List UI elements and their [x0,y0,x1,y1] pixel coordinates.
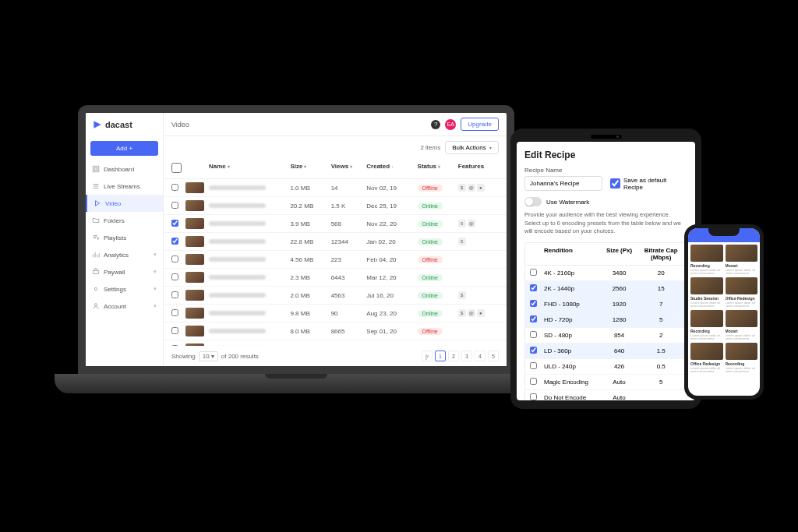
preset-row[interactable]: FHD - 1080p 1920 7 [525,297,687,312]
sidebar-item-folders[interactable]: Folders [86,212,163,229]
preset-checkbox[interactable] [530,378,537,385]
preset-checkbox[interactable] [530,331,537,338]
row-checkbox[interactable] [171,238,178,245]
tablet-camera [591,135,622,139]
watermark-toggle[interactable] [524,197,542,206]
sidebar-item-live-streams[interactable]: Live Streams [86,178,163,195]
col-status[interactable]: Status▾ [418,163,458,174]
preset-checkbox[interactable] [530,347,537,354]
row-checkbox[interactable] [171,255,178,262]
upgrade-button[interactable]: Upgrade [461,118,499,131]
page-2[interactable]: 2 [448,351,459,361]
table-row[interactable]: 2.0 MB 4563 Jul 16, 20 Online $ [164,287,507,305]
preset-row[interactable]: Do Not Encode Auto [525,390,687,401]
preset-checkbox[interactable] [530,269,537,276]
preset-row[interactable]: ULD - 240p 426 0.5 [525,359,687,375]
preset-row[interactable]: LD - 360p 640 1.5 [525,344,687,359]
card-title: Mozart Candidate [726,263,758,268]
preset-checkbox[interactable] [530,284,537,291]
row-checkbox[interactable] [171,291,178,298]
laptop-device: dacast Add + DashboardLive StreamsVideoF… [78,105,514,401]
row-checkbox[interactable] [171,327,178,334]
content-card[interactable]: Office Redesign – focus on shared workin… [726,277,758,308]
gear-icon [92,285,100,293]
cell-created: Sep 01, 20 [366,328,417,335]
table-row[interactable]: 4.56 MB 223 Feb 04, 20 Offline [164,251,507,269]
table-row[interactable]: 3.9 MB 568 Nov 22, 20 Online 5@ [164,215,507,233]
laptop-screen: dacast Add + DashboardLive StreamsVideoF… [78,105,514,374]
cell-views: 90 [331,310,367,317]
content-card[interactable]: Studio SessionLorem ipsum dolor sit amet… [690,277,723,308]
col-size[interactable]: Size▾ [290,163,330,174]
content-card[interactable]: Mozart CandidateLorem ipsum dolor sit am… [726,310,758,340]
preset-row[interactable]: SD - 480p 854 2 [525,328,687,344]
card-title: Office Redesign – focus on shared workin… [726,296,758,301]
sidebar-item-paywall[interactable]: Paywall▾ [86,263,163,280]
cell-created: Jan 02, 20 [366,238,417,245]
row-checkbox[interactable] [171,309,178,316]
page-3[interactable]: 3 [461,351,472,361]
video-thumbnail [185,218,204,229]
preset-checkbox[interactable] [530,362,537,369]
video-table: Name▾ Size▾ Views▾ Created↓ Status▾ Feat… [164,159,507,346]
card-desc: Lorem ipsum dolor sit amet consectetur [690,301,723,308]
recipe-name-input[interactable] [524,176,602,191]
select-all-checkbox[interactable] [171,163,182,173]
help-icon[interactable]: ? [431,120,440,129]
sidebar-item-analytics[interactable]: Analytics▾ [86,246,163,263]
sidebar-item-playlists[interactable]: Playlists [86,229,163,246]
content-card[interactable]: Office Redesign – based on shared workin… [690,343,723,373]
table-row[interactable]: 2.3 MB 6443 Mar 12, 20 Online [164,269,507,287]
col-name[interactable]: Name▾ [209,163,290,174]
row-checkbox[interactable] [171,202,178,209]
toolbar: 2 items Bulk Actions ▾ [164,136,507,159]
page-1[interactable]: 1 [435,351,446,361]
table-row[interactable]: 20.2 MB 1.5 K Dec 25, 19 Online [164,197,507,215]
add-button[interactable]: Add + [90,141,158,156]
content-card[interactable]: Recording StudioLorem ipsum dolor sit am… [690,245,723,275]
status-badge: Offline [418,328,443,335]
page-first[interactable]: |‹ [422,351,433,361]
sidebar-item-dashboard[interactable]: Dashboard [86,160,163,178]
cell-size: 9.8 MB [290,310,330,317]
page-5[interactable]: 5 [488,351,499,361]
preset-row[interactable]: HD - 720p 1280 5 [525,312,687,328]
col-created[interactable]: Created↓ [366,163,417,174]
chart-icon [92,251,100,259]
table-row[interactable]: 9.8 MB 90 Aug 23, 20 Online $@● [164,305,507,322]
row-checkbox[interactable] [171,273,178,280]
table-row[interactable]: 9.8 MB 98 Nov 07, 20 Online [164,340,507,346]
row-checkbox[interactable] [171,184,178,191]
default-recipe-row[interactable]: Save as default Recipe [610,177,687,191]
preset-checkbox[interactable] [530,315,537,322]
preset-row[interactable]: 2K - 1440p 2560 15 [525,281,687,297]
preset-checkbox[interactable] [530,300,537,307]
table-row[interactable]: 22.8 MB 12344 Jan 02, 20 Online 5 [164,233,507,251]
row-checkbox[interactable] [171,220,178,227]
per-page-select[interactable]: 10 ▾ [199,351,218,361]
sidebar-item-settings[interactable]: Settings▾ [86,280,163,298]
sidebar-item-video[interactable]: Video [86,195,163,212]
preset-table: Rendition Size (Px) Bitrate Cap (Mbps) 4… [524,242,687,401]
preset-checkbox[interactable] [530,393,537,400]
table-row[interactable]: 1.0 MB 14 Nov 02, 19 Offline $@● [164,179,507,197]
bulk-actions-button[interactable]: Bulk Actions ▾ [445,141,499,154]
topbar: Video ? EA Upgrade [164,113,507,136]
page-4[interactable]: 4 [475,351,486,361]
user-icon [92,302,100,310]
avatar[interactable]: EA [445,119,456,130]
preset-row[interactable]: 4K - 2160p 3480 20 [525,266,687,281]
table-row[interactable]: 8.0 MB 8665 Sep 01, 20 Offline [164,322,507,340]
video-name [209,203,266,208]
phone-grid: Recording StudioLorem ipsum dolor sit am… [688,242,760,375]
preset-row[interactable]: Magic Encoding Auto 5 [525,375,687,390]
content-card[interactable]: Recording StudioLorem ipsum dolor sit am… [690,310,723,340]
content-card[interactable]: Recording StudioLorem ipsum dolor sit am… [726,343,758,373]
content-card[interactable]: Mozart CandidateLorem ipsum dolor sit am… [726,245,758,275]
sidebar-item-account[interactable]: Account▾ [86,298,163,315]
status-badge: Online [418,220,443,227]
col-views[interactable]: Views▾ [331,163,367,174]
default-recipe-checkbox[interactable] [610,178,620,188]
video-name [209,329,266,333]
cell-views: 223 [331,256,367,263]
